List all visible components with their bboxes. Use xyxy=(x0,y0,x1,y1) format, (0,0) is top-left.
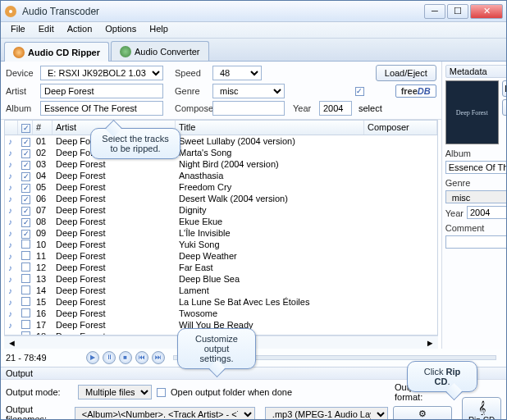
track-checkbox[interactable]: ✓ xyxy=(21,195,30,204)
track-num: 15 xyxy=(33,297,53,307)
track-checkbox[interactable]: ✓ xyxy=(21,149,30,158)
callout-tracks: Select the tracks to be ripped. xyxy=(90,128,180,159)
pause-button[interactable]: ⏸ xyxy=(103,351,116,364)
note-icon: ♪ xyxy=(5,194,18,203)
table-row[interactable]: ♪12Deep ForestFar East xyxy=(5,262,437,273)
track-num: 17 xyxy=(33,320,53,330)
track-checkbox[interactable]: ✓ xyxy=(21,138,30,147)
col-composer[interactable]: Composer xyxy=(364,121,437,135)
open-folder-label: Open output folder when done xyxy=(171,387,292,397)
track-checkbox[interactable] xyxy=(21,331,30,336)
load-eject-button[interactable]: Load/Eject xyxy=(376,65,436,81)
output-mode-select[interactable]: Multiple files xyxy=(78,385,152,399)
track-num: 13 xyxy=(33,274,53,284)
track-checkbox[interactable] xyxy=(21,308,30,317)
track-checkbox[interactable]: ✓ xyxy=(21,218,30,227)
track-title: La Lune Se Bat Avec Les Étoiles xyxy=(176,297,364,307)
menu-options[interactable]: Options xyxy=(98,22,143,38)
tab-converter[interactable]: Audio Converter xyxy=(111,41,209,61)
note-icon: ♪ xyxy=(5,183,18,192)
genre-select[interactable]: misc xyxy=(212,84,285,98)
table-row[interactable]: ♪✓02Deep ForestMarta's Song xyxy=(5,147,437,158)
track-checkbox[interactable]: ✓ xyxy=(21,230,30,239)
output-filenames-select[interactable]: <Album>\<Number>. <Track Artist> - <Titl… xyxy=(75,407,255,420)
track-checkbox[interactable] xyxy=(21,240,30,249)
table-row[interactable]: ♪✓04Deep ForestAnasthasia xyxy=(5,170,437,181)
table-row[interactable]: ♪✓07Deep ForestDignity xyxy=(5,204,437,216)
track-artist: Deep Forest xyxy=(53,171,176,180)
side-genre-select[interactable]: misc xyxy=(445,190,507,203)
settings-button[interactable]: ⚙ Settings xyxy=(393,406,452,420)
select-checkbox[interactable]: ✓ xyxy=(355,87,364,96)
menu-file[interactable]: File xyxy=(4,22,32,38)
table-row[interactable]: ♪11Deep ForestDeep Weather xyxy=(5,250,437,262)
stop-button[interactable]: ■ xyxy=(119,351,132,364)
track-title: Lament xyxy=(176,285,364,295)
track-num: 10 xyxy=(33,240,53,249)
track-checkbox[interactable] xyxy=(21,320,30,329)
open-folder-checkbox[interactable] xyxy=(157,388,166,397)
output-filenames-label: Output filenames: xyxy=(6,404,70,420)
cd-icon xyxy=(13,47,25,58)
track-checkbox[interactable]: ✓ xyxy=(21,172,30,181)
album-cover[interactable]: Deep Forest xyxy=(445,80,499,144)
table-row[interactable]: ♪13Deep ForestDeep Blue Sea xyxy=(5,273,437,285)
table-row[interactable]: ♪✓08Deep ForestEkue Ekue xyxy=(5,216,437,227)
track-checkbox[interactable] xyxy=(21,262,30,272)
menu-action[interactable]: Action xyxy=(61,22,99,38)
table-row[interactable]: ♪15Deep ForestLa Lune Se Bat Avec Les Ét… xyxy=(5,296,437,308)
speed-select[interactable]: 48 xyxy=(212,66,262,80)
composer-input[interactable] xyxy=(212,101,285,116)
freedb-button[interactable]: freefreeDBDB xyxy=(395,84,436,98)
table-row[interactable]: ♪14Deep ForestLament xyxy=(5,285,437,296)
table-row[interactable]: ♪16Deep ForestTwosome xyxy=(5,308,437,319)
col-title[interactable]: Title xyxy=(176,121,364,135)
output-format-select[interactable]: .mp3 (MPEG-1 Audio Layer 3) xyxy=(265,407,388,420)
maximize-button[interactable]: ☐ xyxy=(447,4,468,19)
col-num[interactable]: # xyxy=(33,121,53,135)
track-checkbox[interactable] xyxy=(21,285,30,294)
device-select[interactable]: E: RSXI JK92BOL2 1.03 xyxy=(40,66,163,80)
check-all[interactable]: ✓ xyxy=(21,124,30,133)
menubar: File Edit Action Options Help xyxy=(1,22,506,39)
clear-cover-button[interactable]: Clear xyxy=(502,99,507,116)
table-row[interactable]: ♪✓03Deep ForestNight Bird (2004 version) xyxy=(5,158,437,170)
play-button[interactable]: ▶ xyxy=(86,351,99,364)
track-num: 12 xyxy=(33,262,53,272)
table-row[interactable]: ♪10Deep ForestYuki Song xyxy=(5,239,437,250)
track-checkbox[interactable] xyxy=(21,297,30,306)
side-comment-input[interactable] xyxy=(445,235,507,249)
prev-button[interactable]: ⏮ xyxy=(135,351,148,364)
speed-label: Speed xyxy=(175,68,209,78)
close-button[interactable]: ✕ xyxy=(470,4,503,19)
minimize-button[interactable]: ─ xyxy=(424,4,445,19)
track-checkbox[interactable]: ✓ xyxy=(21,207,30,216)
side-album-input[interactable] xyxy=(445,161,507,174)
menu-edit[interactable]: Edit xyxy=(32,22,61,38)
rip-cd-button[interactable]: 𝄞 Rip CD xyxy=(462,397,501,420)
table-row[interactable]: ♪✓09Deep ForestL'Île Invisible xyxy=(5,227,437,239)
track-rows[interactable]: ♪✓01Deep ForestSweet Lullaby (2004 versi… xyxy=(5,135,437,336)
year-input[interactable] xyxy=(319,101,352,116)
load-cover-button[interactable]: Load... xyxy=(502,80,507,97)
note-icon: ♪ xyxy=(5,160,18,169)
menu-help[interactable]: Help xyxy=(143,22,175,38)
track-title: Anasthasia xyxy=(176,171,364,180)
track-checkbox[interactable]: ✓ xyxy=(21,184,30,193)
next-button[interactable]: ⏭ xyxy=(152,351,165,364)
artist-input[interactable] xyxy=(40,84,163,98)
track-checkbox[interactable] xyxy=(21,251,30,260)
track-checkbox[interactable] xyxy=(21,274,30,283)
track-num: 18 xyxy=(33,331,53,336)
track-checkbox[interactable]: ✓ xyxy=(21,161,30,170)
note-icon: ♪ xyxy=(5,263,18,272)
track-title: Freedom Cry xyxy=(176,182,364,192)
tab-ripper[interactable]: Audio CD Ripper xyxy=(4,42,109,62)
table-row[interactable]: ♪✓05Deep ForestFreedom Cry xyxy=(5,181,437,193)
note-icon: ♪ xyxy=(5,332,18,336)
table-row[interactable]: ♪✓01Deep ForestSweet Lullaby (2004 versi… xyxy=(5,135,437,147)
album-input[interactable] xyxy=(40,101,163,116)
side-year-input[interactable] xyxy=(467,206,507,219)
table-row[interactable]: ♪✓06Deep ForestDesert Walk (2004 version… xyxy=(5,193,437,204)
track-artist: Deep Forest xyxy=(53,205,176,215)
